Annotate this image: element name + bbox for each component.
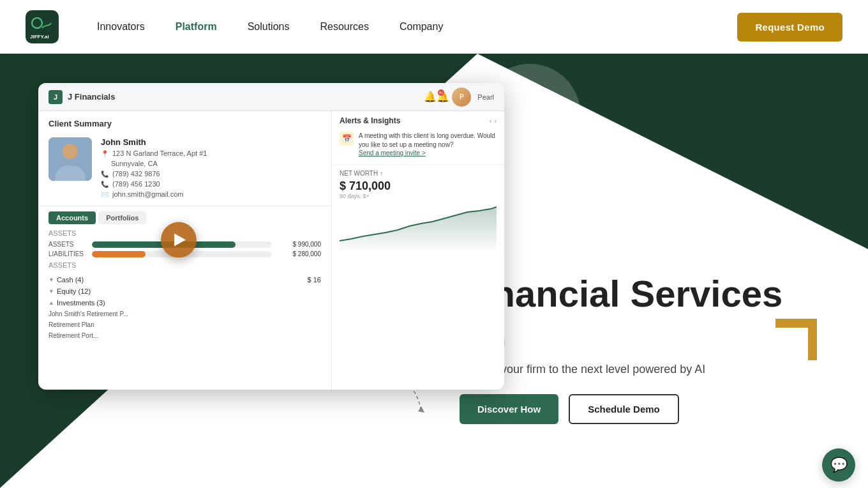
card-logo: J (49, 90, 63, 104)
list-item: Retirement Port... (43, 330, 326, 341)
client-address: 📍 123 N Garland Terrace, Apt #1 (101, 149, 207, 157)
client-phone2: 📞 (789) 456 1230 (101, 180, 207, 188)
discover-how-button[interactable]: Discover How (460, 394, 558, 424)
alert-content: A meeting with this client is long overd… (359, 132, 497, 156)
networth-value: $ 710,000 (340, 179, 497, 193)
client-info: John Smith 📍 123 N Garland Terrace, Apt … (38, 132, 331, 206)
alerts-header: Alerts & Insights ‹ › (340, 116, 497, 125)
liabilities-bar-label: LIABILITIES (49, 250, 87, 257)
card-title: J Financials (68, 92, 423, 102)
assets-list: ▼ Cash (4) $ 16 ▼ Equity (12) ▲ Investme… (38, 271, 331, 344)
liabilities-bar-value: $ 280,000 (276, 250, 321, 257)
networth-period: 90 days: $+ (340, 193, 497, 199)
client-city: Sunnyvale, CA (101, 160, 207, 167)
notification-dot: 9+ (438, 89, 444, 96)
alerts-next[interactable]: › (494, 117, 497, 125)
list-item: ▼ Cash (4) $ 16 (43, 274, 326, 286)
assets-bar-value: $ 990,000 (276, 241, 321, 248)
chevron-icon: ▼ (49, 277, 54, 283)
chevron-icon: ▲ (49, 300, 54, 306)
request-demo-button[interactable]: Request Demo (737, 13, 842, 42)
avatar: P (452, 88, 471, 107)
list-item: John Smith's Retirement P... (43, 309, 326, 319)
client-details: John Smith 📍 123 N Garland Terrace, Apt … (101, 137, 207, 198)
logo-icon: JIFFY.ai (26, 10, 59, 43)
screenshot-card: J J Financials 🔔 9+ P Pearl Client Summa… (38, 83, 504, 390)
play-button[interactable] (161, 222, 197, 258)
networth-chart (340, 199, 497, 250)
list-item: ▼ Equity (12) (43, 286, 326, 297)
email-icon: ✉️ (101, 191, 108, 198)
list-item: Retirement Plan (43, 319, 326, 330)
play-icon (174, 234, 186, 247)
schedule-demo-button[interactable]: Schedule Demo (569, 394, 679, 424)
client-photo (49, 137, 92, 181)
logo[interactable]: JIFFY.ai (26, 10, 59, 43)
accounts-tab[interactable]: Accounts (49, 211, 96, 224)
portfolios-tab[interactable]: Portfolios (98, 211, 146, 224)
hero-content: Financial Services AI. Elevate your firm… (460, 275, 830, 424)
client-name: John Smith (101, 137, 207, 147)
alerts-nav: ‹ › (490, 117, 497, 125)
networth-panel: NET WORTH ↑ $ 710,000 90 days: $+ (332, 165, 504, 390)
alert-icon: 📅 (340, 132, 354, 146)
list-item: ▲ Investments (3) (43, 297, 326, 309)
liabilities-bar-fill (92, 251, 146, 257)
nav-innovators[interactable]: Innovators (97, 21, 145, 33)
assets-bar-label: ASSETS (49, 241, 87, 248)
nav-solutions[interactable]: Solutions (248, 21, 290, 33)
chevron-icon: ▼ (49, 288, 54, 294)
phone-icon: 📞 (101, 171, 108, 178)
networth-header: NET WORTH ↑ (340, 170, 497, 177)
card-right-panel: Alerts & Insights ‹ › 📅 A meeting with t… (332, 111, 504, 390)
chat-bubble[interactable]: 💬 (822, 448, 855, 482)
alerts-panel: Alerts & Insights ‹ › 📅 A meeting with t… (332, 111, 504, 165)
svg-point-5 (63, 144, 78, 159)
nav-resources[interactable]: Resources (320, 21, 368, 33)
hero-subtitle: Elevate your firm to the next level powe… (460, 363, 830, 376)
card-body: Client Summary John Smith 📍 123 N Garlan (38, 111, 504, 390)
svg-text:JIFFY.ai: JIFFY.ai (30, 34, 49, 40)
client-avatar (49, 137, 92, 181)
client-phone1: 📞 (789) 432 9876 (101, 170, 207, 178)
navigation: JIFFY.ai Innovators Platform Solutions R… (0, 0, 868, 54)
hero-buttons: Discover How Schedule Demo (460, 394, 830, 424)
alert-item: 📅 A meeting with this client is long ove… (340, 129, 497, 159)
user-label: Pearl (477, 93, 494, 101)
alerts-prev[interactable]: ‹ (490, 117, 492, 125)
alert-text: A meeting with this client is long overd… (359, 132, 497, 149)
hero-title: Financial Services AI. (460, 275, 830, 353)
location-icon: 📍 (101, 150, 108, 157)
client-email: ✉️ john.smith@gmail.com (101, 190, 207, 198)
alerts-title: Alerts & Insights (340, 116, 400, 125)
svg-marker-3 (418, 406, 424, 413)
networth-label: NET WORTH ↑ (340, 170, 383, 177)
nav-links: Innovators Platform Solutions Resources … (97, 21, 737, 33)
card-header: J J Financials 🔔 9+ P Pearl (38, 83, 504, 111)
nav-company[interactable]: Company (400, 21, 443, 33)
alert-link[interactable]: Send a meeting invite > (359, 149, 497, 156)
header-icons: 🔔 9+ P Pearl (428, 88, 494, 107)
phone2-icon: 📞 (101, 181, 108, 188)
nav-platform[interactable]: Platform (176, 21, 217, 33)
chat-icon: 💬 (830, 457, 848, 473)
section-title: Client Summary (38, 111, 331, 132)
notification-bell[interactable]: 🔔 9+ (428, 88, 445, 106)
assets-list-label: ASSETS (38, 259, 331, 271)
